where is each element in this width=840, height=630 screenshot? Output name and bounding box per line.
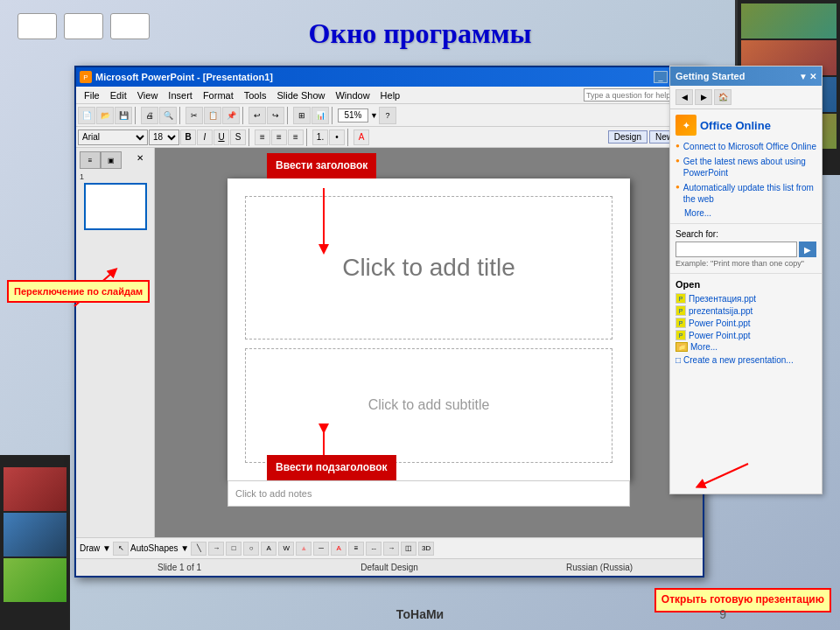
align-right-button[interactable]: ≡ xyxy=(288,130,304,145)
wordart-tool[interactable]: W xyxy=(278,542,294,556)
save-icon[interactable]: 💾 xyxy=(115,107,132,124)
panel-close[interactable]: ✕ xyxy=(809,72,816,81)
more-files[interactable]: 📁 More... xyxy=(676,342,816,352)
tab-btn-1[interactable] xyxy=(18,13,57,39)
line-color-tool[interactable]: ─ xyxy=(313,542,329,556)
panel-search-input[interactable] xyxy=(676,242,797,257)
file-4[interactable]: P Power Point.ppt xyxy=(676,330,816,340)
3d-style-tool[interactable]: 3D xyxy=(418,542,434,556)
office-online-more[interactable]: More... xyxy=(676,208,816,218)
open-icon[interactable]: 📂 xyxy=(96,107,114,124)
search-go-button[interactable]: ▶ xyxy=(799,242,816,257)
filename-4: Power Point.ppt xyxy=(689,331,751,340)
menu-edit[interactable]: Edit xyxy=(106,89,131,102)
font-size-select[interactable]: 18 xyxy=(149,130,179,145)
rect-tool[interactable]: □ xyxy=(226,542,242,556)
page-number: 9 xyxy=(719,607,726,621)
search-section: Search for: ▶ Example: "Print more than … xyxy=(670,224,822,274)
slide-title-placeholder[interactable]: Click to add title xyxy=(245,196,612,340)
menu-window[interactable]: Window xyxy=(331,89,374,102)
notes-area[interactable]: Click to add notes xyxy=(228,480,630,507)
line-tool[interactable]: ╲ xyxy=(191,542,206,556)
panel-dropdown[interactable]: ▼ xyxy=(799,72,808,81)
design-theme: Default Design xyxy=(293,563,486,572)
sep7 xyxy=(306,129,310,146)
help-icon[interactable]: ? xyxy=(379,107,396,124)
design-button[interactable]: Design xyxy=(608,130,648,144)
print-icon[interactable]: 🖨 xyxy=(141,107,158,124)
undo-icon[interactable]: ↩ xyxy=(248,107,266,124)
zoom-arrow[interactable]: ▼ xyxy=(370,111,378,120)
title-bar: P Microsoft PowerPoint - [Presentation1]… xyxy=(76,67,703,87)
shadow-button[interactable]: S xyxy=(230,130,246,145)
arrow-style-tool[interactable]: → xyxy=(383,542,399,556)
new-icon[interactable]: 📄 xyxy=(78,107,95,124)
oval-tool[interactable]: ○ xyxy=(243,542,259,556)
cut-icon[interactable]: ✂ xyxy=(186,107,203,124)
panel-home[interactable]: 🏠 xyxy=(714,89,732,105)
font-select[interactable]: Arial xyxy=(78,130,148,145)
panel-back[interactable]: ◀ xyxy=(676,89,693,105)
bullets-button[interactable]: • xyxy=(329,130,345,145)
file-icon-4: P xyxy=(676,330,686,340)
italic-button[interactable]: I xyxy=(197,130,213,145)
link-news[interactable]: ● Get the latest news about using PowerP… xyxy=(676,156,816,178)
link-update[interactable]: ● Automatically update this list from th… xyxy=(676,182,816,205)
align-center-button[interactable]: ≡ xyxy=(271,130,287,145)
shadow-style-tool[interactable]: ◫ xyxy=(401,542,416,556)
fill-color-tool[interactable]: ▲ xyxy=(296,542,312,556)
menu-view[interactable]: View xyxy=(133,89,163,102)
file-3[interactable]: P Power Point.ppt xyxy=(676,318,816,328)
preview-icon[interactable]: 🔍 xyxy=(159,107,177,124)
create-new-button[interactable]: □ Create a new presentation... xyxy=(676,355,816,365)
menu-insert[interactable]: Insert xyxy=(164,89,197,102)
folder-icon: 📁 xyxy=(676,342,688,352)
menu-help[interactable]: Help xyxy=(376,89,405,102)
sep6 xyxy=(248,129,252,146)
panel-forward[interactable]: ▶ xyxy=(695,89,712,105)
minimize-button[interactable]: _ xyxy=(654,71,668,83)
file-1[interactable]: P Презентация.ppt xyxy=(676,293,816,304)
tab-btn-3[interactable] xyxy=(110,13,150,39)
font-color-tool[interactable]: A xyxy=(331,542,346,556)
slide-number: 1 xyxy=(80,172,150,181)
menu-format[interactable]: Format xyxy=(199,89,238,102)
dash-style-tool[interactable]: -- xyxy=(366,542,382,556)
slide-subtitle-placeholder[interactable]: Click to add subtitle xyxy=(245,348,612,463)
insert-table-icon[interactable]: ⊞ xyxy=(293,107,311,124)
title-bar-text: Microsoft PowerPoint - [Presentation1] xyxy=(95,72,273,82)
paste-icon[interactable]: 📌 xyxy=(222,107,240,124)
font-color-button[interactable]: A xyxy=(354,130,369,145)
line-style-tool[interactable]: ≡ xyxy=(348,542,364,556)
search-example: Example: "Print more than one copy" xyxy=(676,259,816,268)
copy-icon[interactable]: 📋 xyxy=(204,107,221,124)
slide-canvas[interactable]: Click to add title Click to add subtitle xyxy=(228,178,630,480)
menu-slideshow[interactable]: Slide Show xyxy=(272,89,329,102)
textbox-tool[interactable]: A xyxy=(261,542,276,556)
underline-button[interactable]: U xyxy=(214,130,229,145)
zoom-input[interactable] xyxy=(338,108,368,122)
numbering-button[interactable]: 1. xyxy=(312,130,328,145)
format-toolbar: Arial 18 B I U S ≡ ≡ ≡ 1. • A Design New… xyxy=(76,127,703,148)
close-panel-button[interactable]: ✕ xyxy=(136,153,150,167)
file-2[interactable]: P prezentatsija.ppt xyxy=(676,305,816,316)
slide-thumbnail-1[interactable] xyxy=(84,183,147,230)
cursor-button[interactable]: ↖ xyxy=(113,542,129,556)
autoshapes-label[interactable]: AutoShapes ▼ xyxy=(130,543,189,553)
bold-button[interactable]: B xyxy=(180,130,196,145)
help-search-input[interactable] xyxy=(584,88,680,102)
tab-btn-2[interactable] xyxy=(64,13,103,39)
menu-tools[interactable]: Tools xyxy=(240,89,271,102)
insert-chart-icon[interactable]: 📊 xyxy=(312,107,329,124)
outline-tab[interactable]: ≡ xyxy=(80,151,101,169)
link-connect[interactable]: ● Connect to Microsoft Office Online xyxy=(676,141,816,152)
panel-title-bar: Getting Started ▼ ✕ xyxy=(670,66,822,86)
filename-1: Презентация.ppt xyxy=(689,294,756,304)
arrow-tool[interactable]: → xyxy=(208,542,224,556)
align-left-button[interactable]: ≡ xyxy=(255,130,270,145)
menu-file[interactable]: File xyxy=(80,89,104,102)
status-bar: Slide 1 of 1 Default Design Russian (Rus… xyxy=(76,558,703,576)
redo-icon[interactable]: ↪ xyxy=(267,107,284,124)
slides-tab[interactable]: ▣ xyxy=(101,151,122,169)
panel-title: Getting Started xyxy=(676,71,745,81)
